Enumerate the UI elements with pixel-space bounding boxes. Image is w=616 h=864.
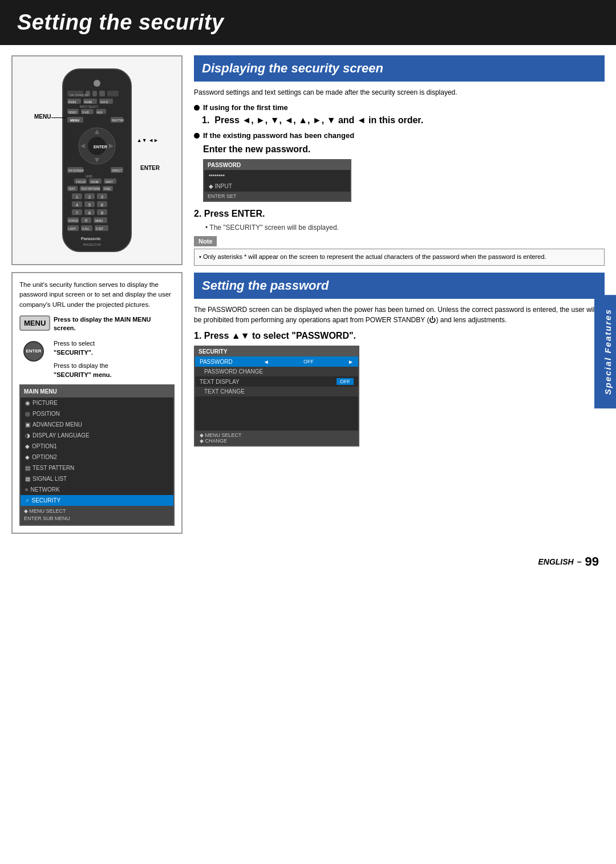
step2-heading: 2. Press ENTER. (194, 209, 605, 219)
svg-text:LENS: LENS (86, 175, 92, 178)
svg-text:Panasonic: Panasonic (81, 237, 101, 241)
ps-title: PASSWORD (204, 160, 350, 170)
picture-icon: ◉ (25, 399, 30, 407)
menu-button-icon: MENU (19, 315, 50, 331)
menu-item-position: ◎ POSITION (21, 408, 173, 419)
svg-text:STANDBY: STANDBY (75, 94, 89, 97)
note-box-container: Note • Only asterisks * will appear on t… (194, 236, 605, 265)
footer-dash: – (577, 557, 582, 566)
ps-footer: ENTER SET (204, 192, 350, 201)
enter-label: ENTER (140, 165, 160, 171)
step1-container: 1. Press ◄, ►, ▼, ◄, ▲, ►, ▼ and ◄ in th… (202, 115, 605, 125)
display-lang-icon: ◑ (25, 431, 30, 440)
menu-item-security: ♂ SECURITY (21, 495, 173, 506)
svg-rect-5 (99, 91, 105, 96)
sec-row-text-change: TEXT CHANGE (195, 387, 358, 396)
step1-text: Press ◄, ►, ▼, ◄, ▲, ►, ▼ and ◄ in this … (214, 115, 423, 125)
displaying-section: Displaying the security screen Password … (194, 55, 605, 266)
right-column: Displaying the security screen Password … (194, 55, 605, 534)
svg-text:FUNC: FUNC (104, 188, 111, 190)
note-content: • Only asterisks * will appear on the sc… (194, 249, 605, 265)
svg-text:4: 4 (76, 203, 78, 207)
ps-row-input: ◆ INPUT (204, 181, 350, 192)
menu-instruction-row: MENU Press to display the MAIN MENU scre… (19, 315, 175, 333)
menu-icon-area: MENU (19, 315, 48, 331)
svg-text:6: 6 (101, 203, 103, 207)
main-menu-screenshot: MAIN MENU ◉ PICTURE ◎ POSITION ▣ ADVANCE… (19, 384, 175, 526)
text-display-off-badge: OFF (337, 378, 354, 385)
svg-text:ON SCREEN: ON SCREEN (68, 169, 84, 172)
svg-text:MENU: MENU (95, 220, 103, 222)
option2-icon: ◆ (25, 453, 30, 461)
menu-item-network: ≈ NETWORK (21, 484, 173, 495)
displaying-section-header: Displaying the security screen (194, 55, 605, 82)
footer-page-number: 99 (585, 554, 599, 569)
svg-text:8: 8 (88, 211, 91, 215)
bullet-item-2: If the existing password has been change… (194, 131, 605, 140)
menu-instr-text: Press to display the MAIN MENU screen. (54, 315, 175, 333)
svg-text:STATUS: STATUS (68, 220, 78, 222)
svg-text:TEST: TEST (68, 188, 75, 190)
enter-instruction-row: ENTER Press to select "SECURITY". Press … (19, 339, 175, 380)
setting-section: Setting the password The PASSWORD screen… (194, 273, 605, 447)
svg-text:LIGHT: LIGHT (68, 228, 76, 230)
menu-item-signal-list: ▦ SIGNAL LIST (21, 473, 173, 484)
enter-circle-icon: ENTER (23, 341, 44, 362)
password-off-badge: OFF (300, 358, 317, 365)
bullet1-label: If using for the first time (203, 103, 288, 112)
network-icon: ≈ (25, 485, 29, 494)
menu-item-option1: ◆ OPTION1 (21, 441, 173, 452)
svg-text:AUX: AUX (97, 111, 102, 114)
svg-text:MENU: MENU (70, 119, 79, 122)
bullet-circle-1 (194, 105, 200, 111)
remote-box: ON STANDBY RGB1 RGB2 DVI-D INPUT SELECT … (11, 55, 183, 265)
page-header: Setting the security (0, 0, 616, 45)
page-title: Setting the security (17, 10, 599, 35)
svg-text:2: 2 (88, 195, 91, 199)
enter-new-password-heading: Enter the new password. (203, 144, 605, 155)
step2-sub: • The "SECURITY" screen will be displaye… (205, 224, 605, 232)
arrow-label: ▲▼ ◄► (137, 137, 159, 143)
svg-text:S-VID: S-VID (82, 111, 90, 114)
step2-container: 2. Press ENTER. • The "SECURITY" screen … (194, 209, 605, 232)
svg-text:SHIFT: SHIFT (106, 181, 113, 184)
svg-text:FOCUS: FOCUS (76, 181, 86, 184)
svg-text:7: 7 (76, 211, 78, 215)
position-icon: ◎ (25, 409, 30, 418)
svg-rect-4 (92, 91, 97, 96)
svg-text:ENTER: ENTER (94, 145, 107, 149)
svg-text:SHUTTER: SHUTTER (112, 119, 124, 122)
menu-item-advanced: ▣ ADVANCED MENU (21, 419, 173, 430)
displaying-body: Password settings and text settings can … (194, 87, 605, 98)
test-pattern-icon: ▤ (25, 464, 30, 472)
svg-text:RGB2: RGB2 (84, 100, 92, 104)
security-icon: ♂ (25, 496, 30, 505)
input-icon: ◆ (209, 183, 213, 189)
special-features-tab: Special Features (594, 295, 616, 408)
svg-text:ON: ON (70, 94, 74, 97)
menu-screenshot-title: MAIN MENU (21, 386, 173, 397)
sec-footer-menu: ◆ MENU SELECT ◆ CHANGE (195, 431, 358, 445)
svg-text:0: 0 (85, 218, 87, 222)
note-label: Note (194, 236, 217, 246)
sec-title: SECURITY (195, 347, 358, 356)
setting-section-header: Setting the password (194, 273, 605, 299)
bullet-item-1: If using for the first time (194, 103, 605, 112)
setting-body: The PASSWORD screen can be displayed whe… (194, 305, 605, 325)
menu-item-display-lang: ◑ DISPLAY LANGUAGE (21, 430, 173, 441)
menu-item-test-pattern: ▤ TEST PATTERN (21, 463, 173, 473)
signal-list-icon: ▦ (25, 474, 30, 483)
bottom-left-description: The unit's security function serves to d… (11, 272, 183, 534)
password-screen-mock: PASSWORD •••••••• ◆ INPUT ENTER SET (203, 159, 351, 202)
svg-text:PROJECTOR: PROJECTOR (83, 243, 101, 246)
svg-text:3: 3 (101, 195, 103, 199)
svg-text:TEST PATTERN: TEST PATTERN (81, 188, 100, 190)
ps-row-asterisks: •••••••• (204, 170, 350, 181)
svg-text:D.ALL: D.ALL (82, 228, 90, 230)
svg-text:ZOOM: ZOOM (91, 181, 99, 184)
svg-text:D.SET: D.SET (96, 228, 104, 230)
footer-english: ENGLISH (538, 557, 573, 566)
page-footer: ENGLISH – 99 (0, 545, 616, 578)
menu-label: MENU (34, 113, 51, 120)
svg-point-1 (94, 80, 100, 87)
